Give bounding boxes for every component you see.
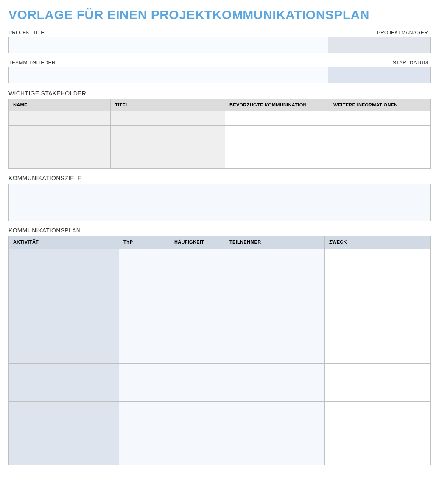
stakeholder-info-cell[interactable]: [329, 154, 431, 169]
stakeholder-title-cell[interactable]: [111, 126, 225, 140]
plan-purpose-cell[interactable]: [325, 287, 431, 325]
plan-participants-cell[interactable]: [225, 325, 325, 364]
plan-frequency-cell[interactable]: [170, 287, 225, 325]
project-manager-label: PROJEKTMANAGER: [329, 30, 431, 36]
start-date-label: STARTDATUM: [329, 60, 431, 66]
plan-purpose-cell[interactable]: [325, 364, 431, 402]
plan-type-cell[interactable]: [119, 440, 170, 465]
stakeholders-table: NAME TITEL BEVORZUGTE KOMMUNIKATION WEIT…: [8, 99, 431, 169]
table-row: [9, 440, 431, 465]
table-row: [9, 249, 431, 287]
stakeholder-title-cell[interactable]: [111, 111, 225, 126]
plan-activity-cell[interactable]: [9, 249, 119, 287]
col-title: TITEL: [111, 99, 225, 111]
col-name: NAME: [9, 99, 111, 111]
col-purpose: ZWECK: [325, 236, 431, 249]
table-row: [9, 154, 431, 169]
plan-participants-cell[interactable]: [225, 249, 325, 287]
table-row: [9, 364, 431, 402]
col-frequency: HÄUFIGKEIT: [170, 236, 225, 249]
col-type: TYP: [119, 236, 170, 249]
plan-heading: KOMMUNIKATIONSPLAN: [8, 227, 431, 234]
plan-participants-cell[interactable]: [225, 287, 325, 325]
plan-frequency-cell[interactable]: [170, 249, 225, 287]
plan-type-cell[interactable]: [119, 249, 170, 287]
project-title-field[interactable]: [9, 37, 328, 53]
plan-activity-cell[interactable]: [9, 325, 119, 364]
stakeholder-comm-cell[interactable]: [225, 154, 329, 169]
table-row: [9, 140, 431, 154]
page-title: VORLAGE FÜR EINEN PROJEKTKOMMUNIKATIONSP…: [8, 8, 431, 22]
plan-participants-cell[interactable]: [225, 364, 325, 402]
stakeholder-name-cell[interactable]: [9, 140, 111, 154]
project-title-label: PROJEKTTITEL: [8, 30, 329, 36]
plan-purpose-cell[interactable]: [325, 440, 431, 465]
plan-participants-cell[interactable]: [225, 440, 325, 465]
col-activity: AKTIVITÄT: [9, 236, 119, 249]
plan-table: AKTIVITÄT TYP HÄUFIGKEIT TEILNEHMER ZWEC…: [8, 236, 431, 465]
col-comm: BEVORZUGTE KOMMUNIKATION: [225, 99, 329, 111]
table-row: [9, 287, 431, 325]
stakeholder-title-cell[interactable]: [111, 140, 225, 154]
plan-frequency-cell[interactable]: [170, 402, 225, 440]
table-row: [9, 126, 431, 140]
plan-frequency-cell[interactable]: [170, 440, 225, 465]
table-row: [9, 402, 431, 440]
project-manager-field[interactable]: [328, 37, 430, 53]
plan-activity-cell[interactable]: [9, 440, 119, 465]
stakeholder-name-cell[interactable]: [9, 111, 111, 126]
plan-frequency-cell[interactable]: [170, 364, 225, 402]
stakeholder-name-cell[interactable]: [9, 126, 111, 140]
team-members-label: TEAMMITGLIEDER: [8, 60, 329, 66]
plan-participants-cell[interactable]: [225, 402, 325, 440]
stakeholder-comm-cell[interactable]: [225, 140, 329, 154]
team-start-row: [8, 67, 431, 83]
plan-type-cell[interactable]: [119, 402, 170, 440]
plan-activity-cell[interactable]: [9, 287, 119, 325]
plan-type-cell[interactable]: [119, 364, 170, 402]
project-title-row: [8, 37, 431, 53]
team-members-field[interactable]: [9, 67, 328, 83]
plan-frequency-cell[interactable]: [170, 325, 225, 364]
plan-purpose-cell[interactable]: [325, 402, 431, 440]
table-row: [9, 325, 431, 364]
plan-type-cell[interactable]: [119, 287, 170, 325]
stakeholder-info-cell[interactable]: [329, 126, 431, 140]
col-info: WEITERE INFORMATIONEN: [329, 99, 431, 111]
plan-activity-cell[interactable]: [9, 364, 119, 402]
stakeholder-comm-cell[interactable]: [225, 126, 329, 140]
goals-heading: KOMMUNIKATIONSZIELE: [8, 175, 431, 182]
table-row: [9, 111, 431, 126]
plan-purpose-cell[interactable]: [325, 249, 431, 287]
col-participants: TEILNEHMER: [225, 236, 325, 249]
goals-field[interactable]: [8, 184, 431, 221]
stakeholder-title-cell[interactable]: [111, 154, 225, 169]
stakeholders-heading: WICHTIGE STAKEHOLDER: [8, 90, 431, 97]
start-date-field[interactable]: [328, 67, 430, 83]
stakeholder-info-cell[interactable]: [329, 140, 431, 154]
plan-purpose-cell[interactable]: [325, 325, 431, 364]
plan-type-cell[interactable]: [119, 325, 170, 364]
stakeholder-name-cell[interactable]: [9, 154, 111, 169]
stakeholder-info-cell[interactable]: [329, 111, 431, 126]
plan-activity-cell[interactable]: [9, 402, 119, 440]
stakeholder-comm-cell[interactable]: [225, 111, 329, 126]
